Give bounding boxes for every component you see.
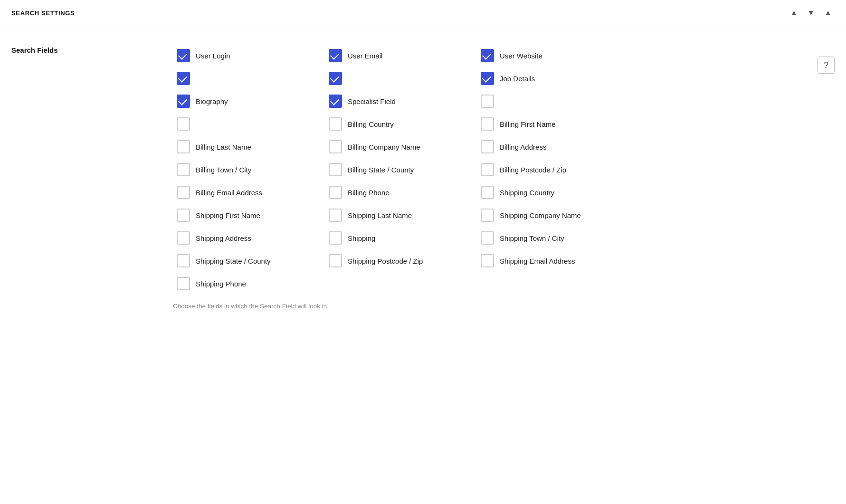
checkbox-job-details[interactable]: [481, 72, 494, 85]
field-label: Billing Postcode / Zip: [500, 166, 566, 174]
field-item: [173, 113, 325, 135]
checkbox-shipping-company-name[interactable]: [481, 209, 494, 222]
checkbox-empty-3-0[interactable]: [177, 72, 190, 85]
checkbox-billing-first-name[interactable]: [481, 117, 494, 131]
page-wrapper: SEARCH SETTINGS ▲ ▼ ▲ ? Search Fields Us…: [0, 0, 846, 504]
section-label: Search Fields: [11, 44, 173, 310]
field-item: Shipping Address: [173, 227, 325, 249]
field-item: Job Details: [477, 67, 629, 90]
checkbox-shipping-town-/-city[interactable]: [481, 231, 494, 245]
collapse-button[interactable]: ▲: [821, 8, 835, 18]
checkbox-billing-town-/-city[interactable]: [177, 163, 190, 176]
checkbox-user-website[interactable]: [481, 49, 494, 62]
field-item: [477, 90, 629, 113]
field-item: Billing Email Address: [173, 181, 325, 204]
field-item: Billing First Name: [477, 113, 629, 135]
checkbox-shipping-state-/-county[interactable]: [177, 254, 190, 267]
field-item: Shipping Email Address: [477, 249, 629, 272]
page-title: SEARCH SETTINGS: [11, 10, 75, 17]
field-item: User Website: [477, 44, 629, 67]
field-label: Shipping Address: [196, 234, 251, 242]
field-label: Shipping First Name: [196, 211, 260, 219]
checkbox-billing-last-name[interactable]: [177, 140, 190, 153]
checkbox-billing-email-address[interactable]: [177, 186, 190, 199]
field-label: Billing Email Address: [196, 189, 262, 197]
checkbox-shipping-postcode-/-zip[interactable]: [329, 254, 342, 267]
field-item: Billing Last Name: [173, 135, 325, 158]
field-label: Shipping State / County: [196, 257, 271, 265]
field-item: User Email: [325, 44, 477, 67]
checkbox-billing-postcode-/-zip[interactable]: [481, 163, 494, 176]
field-item: Shipping Country: [477, 181, 629, 204]
field-item: Shipping First Name: [173, 204, 325, 227]
field-label: Shipping Phone: [196, 280, 246, 288]
field-item: Shipping Postcode / Zip: [325, 249, 477, 272]
field-item: Billing State / County: [325, 158, 477, 181]
hint-text: Choose the fields in which the Search Fi…: [173, 303, 629, 310]
checkbox-user-login[interactable]: [177, 49, 190, 62]
checkbox-shipping-first-name[interactable]: [177, 209, 190, 222]
checkbox-biography[interactable]: [177, 95, 190, 108]
field-label: Billing Last Name: [196, 143, 251, 151]
field-label: Shipping Postcode / Zip: [348, 257, 423, 265]
field-item: Billing Town / City: [173, 158, 325, 181]
content-area: ? Search Fields User LoginUser EmailUser…: [0, 25, 846, 329]
checkbox-billing-company-name[interactable]: [329, 140, 342, 153]
field-label: Shipping Country: [500, 189, 554, 197]
field-label: Shipping Company Name: [500, 211, 581, 219]
checkbox-billing-address[interactable]: [481, 140, 494, 153]
field-label: Biography: [196, 97, 228, 105]
field-item: Billing Company Name: [325, 135, 477, 158]
search-fields-section: Search Fields User LoginUser EmailUser W…: [11, 44, 835, 310]
field-item: Shipping Phone: [173, 272, 325, 295]
field-label: Shipping: [348, 234, 375, 242]
field-label: Billing State / County: [348, 166, 414, 174]
checkbox-empty-3-1[interactable]: [329, 72, 342, 85]
field-item: Billing Phone: [325, 181, 477, 204]
field-item: User Login: [173, 44, 325, 67]
field-label: Billing Town / City: [196, 166, 251, 174]
field-item: [173, 67, 325, 90]
field-label: Billing Phone: [348, 189, 390, 197]
checkbox-shipping-address[interactable]: [177, 231, 190, 245]
field-item: Biography: [173, 90, 325, 113]
field-label: User Website: [500, 52, 542, 60]
field-label: Job Details: [500, 75, 535, 83]
field-item: Billing Country: [325, 113, 477, 135]
field-label: User Login: [196, 52, 230, 60]
field-label: Billing First Name: [500, 120, 556, 128]
field-label: Specialist Field: [348, 97, 396, 105]
header: SEARCH SETTINGS ▲ ▼ ▲: [0, 0, 846, 25]
field-label: Billing Address: [500, 143, 546, 151]
checkbox-billing-phone[interactable]: [329, 186, 342, 199]
checkbox-empty-9-0[interactable]: [177, 117, 190, 131]
checkbox-billing-country[interactable]: [329, 117, 342, 131]
checkbox-specialist-field[interactable]: [329, 95, 342, 108]
field-item: Shipping Town / City: [477, 227, 629, 249]
help-button[interactable]: ?: [817, 57, 835, 74]
field-item: Billing Address: [477, 135, 629, 158]
field-item: [325, 67, 477, 90]
scroll-down-button[interactable]: ▼: [804, 8, 817, 18]
fields-container: User LoginUser EmailUser WebsiteJob Deta…: [173, 44, 629, 310]
checkbox-shipping-country[interactable]: [481, 186, 494, 199]
checkbox-billing-state-/-county[interactable]: [329, 163, 342, 176]
checkbox-shipping-email-address[interactable]: [481, 254, 494, 267]
field-label: Billing Company Name: [348, 143, 420, 151]
checkbox-user-email[interactable]: [329, 49, 342, 62]
scroll-up-button[interactable]: ▲: [787, 8, 800, 18]
field-item: Shipping: [325, 227, 477, 249]
fields-grid: User LoginUser EmailUser WebsiteJob Deta…: [173, 44, 629, 295]
question-mark-icon: ?: [824, 60, 828, 70]
header-controls: ▲ ▼ ▲: [787, 8, 835, 18]
checkbox-shipping[interactable]: [329, 231, 342, 245]
field-label: Shipping Town / City: [500, 234, 564, 242]
field-item: Shipping State / County: [173, 249, 325, 272]
field-label: Shipping Email Address: [500, 257, 575, 265]
field-label: Billing Country: [348, 120, 394, 128]
field-item: Billing Postcode / Zip: [477, 158, 629, 181]
field-item: Shipping Last Name: [325, 204, 477, 227]
checkbox-empty-6-2[interactable]: [481, 95, 494, 108]
checkbox-shipping-phone[interactable]: [177, 277, 190, 290]
checkbox-shipping-last-name[interactable]: [329, 209, 342, 222]
